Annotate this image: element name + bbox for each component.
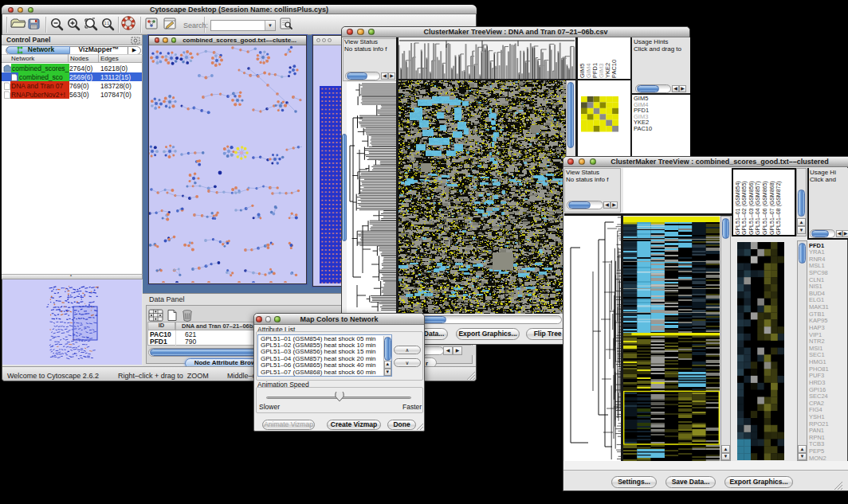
svg-text:1:1: 1:1 bbox=[104, 21, 110, 25]
